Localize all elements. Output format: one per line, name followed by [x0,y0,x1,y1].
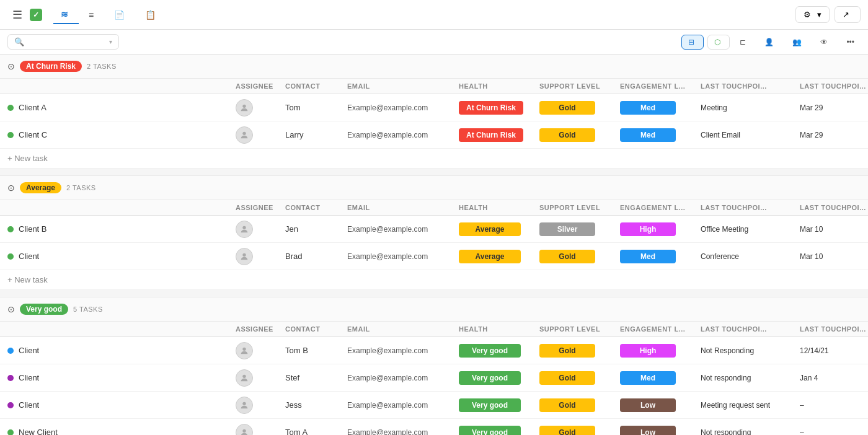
section-chevron-average[interactable]: ⊙ [7,183,15,193]
me-icon: 👤 [764,38,774,46]
show-icon: 👁 [820,38,828,46]
search-icon: 🔍 [14,37,24,46]
table-row[interactable]: Client C Larry Example@example.com At Ch… [0,121,868,149]
task-dot [7,105,14,111]
task-name: Client [7,368,231,387]
task-name: Client B [7,219,231,239]
assignees-button[interactable]: 👥 [786,35,810,49]
col-header-0 [7,322,231,336]
main-table: ⊙ At Churn Risk 2 TASKS ASSIGNEECONTACTE… [0,55,868,435]
tab-playbook[interactable]: 📄 [107,6,135,24]
support-cell: Gold [534,247,615,266]
table-row[interactable]: Client Jess Example@example.com Very goo… [0,392,868,419]
col-header-6: ENGAGEMENT L... [615,200,696,215]
table-row[interactable]: Client Stef Example@example.com Very goo… [0,364,868,392]
col-header-1: ASSIGNEE [231,322,280,336]
nav-right-actions: ⚙ ▾ ↗ [795,6,861,23]
more-options-button[interactable]: ••• [840,35,861,49]
engagement-badge: Med [620,128,676,142]
engagement-cell: Med [615,126,696,144]
engagement-badge: Med [620,101,676,115]
task-name: New Client [7,423,231,435]
last-touchpoint-date-cell: Mar 29 [795,101,868,115]
table-row[interactable]: Client A Tom Example@example.com At Chur… [0,94,868,121]
tab-renewal[interactable]: ≡ [81,6,104,24]
search-input[interactable]: 🔍 ▾ [7,34,119,50]
toolbar: 🔍 ▾ ⊟ ⬡ ⊏ 👤 👥 👁 ••• [0,30,868,55]
table-row[interactable]: Client Brad Example@example.com Average … [0,243,868,270]
engagement-badge: High [620,344,676,358]
health-cell: Very good [454,369,534,387]
engagement-cell: High [615,341,696,360]
add-view-tab[interactable] [169,11,184,19]
health-badge: At Churn Risk [459,128,523,142]
last-touchpoint-cell: Meeting request sent [696,398,795,412]
col-header-3: EMAIL [342,79,454,94]
task-label: Client A [19,103,46,112]
engagement-cell: Med [615,369,696,387]
show-button[interactable]: 👁 [814,35,836,49]
col-header-5: SUPPORT LEVEL [534,79,615,94]
more-icon: ••• [846,38,854,46]
health-cell: Average [454,220,534,239]
subtasks-button[interactable]: ⊏ [733,35,755,49]
task-label: Client B [19,224,47,234]
support-cell: Silver [534,220,615,239]
table-row[interactable]: Client B Jen Example@example.com Average… [0,216,868,243]
playbook-tab-icon: 📄 [114,10,125,20]
hamburger-icon[interactable]: ☰ [7,6,27,24]
support-cell: Gold [534,396,615,415]
task-dot [7,348,14,354]
task-label: Client [19,373,39,382]
section-chevron-verygood[interactable]: ⊙ [7,304,15,314]
health-cell: Very good [454,396,534,415]
share-button[interactable]: ↗ [835,6,861,23]
last-touchpoint-date-cell: – [795,426,868,436]
svg-point-2 [242,226,246,229]
assignees-icon: 👥 [792,38,802,46]
last-touchpoint-cell: Not Responding [696,344,795,358]
health-cell: At Churn Risk [454,126,534,144]
share-icon: ↗ [843,10,849,19]
health-badge: Very good [459,426,521,436]
assignee-cell [231,124,280,146]
new-task-button[interactable]: + New task [0,149,868,169]
group-by-button[interactable]: ⬡ [707,35,730,50]
section-chevron-churn[interactable]: ⊙ [7,61,15,71]
assignee-cell [231,97,280,119]
task-dot [7,226,14,232]
support-cell: Gold [534,369,615,387]
tab-engagement[interactable]: ≋ [53,6,79,24]
contact-cell: Stef [280,371,342,385]
health-cell: Average [454,247,534,266]
automate-button[interactable]: ⚙ ▾ [795,6,830,23]
col-headers-verygood: ASSIGNEECONTACTEMAILHEALTHSUPPORT LEVELE… [0,322,868,337]
engagement-cell: Med [615,99,696,117]
col-header-7: LAST TOUCHPOI... [696,200,795,215]
col-header-1: ASSIGNEE [231,79,280,94]
health-badge: Very good [459,344,521,358]
email-cell: Example@example.com [342,371,454,385]
assignee-cell [231,421,280,436]
section-header-verygood: ⊙ Very good 5 TASKS [0,297,868,322]
support-cell: Gold [534,126,615,144]
col-header-5: SUPPORT LEVEL [534,200,615,215]
svg-point-4 [242,347,246,350]
support-badge: Silver [539,222,595,236]
task-dot [7,429,14,436]
subtasks-icon: ⊏ [740,38,746,46]
section-header-churn: ⊙ At Churn Risk 2 TASKS [0,55,868,79]
filter-button[interactable]: ⊟ [681,35,704,50]
contact-cell: Jen [280,222,342,236]
task-label: Client C [19,130,47,139]
me-button[interactable]: 👤 [758,35,782,49]
engagement-badge: Med [620,250,676,263]
support-cell: Gold [534,341,615,360]
tab-feedback[interactable]: 📋 [138,6,166,24]
health-cell: Very good [454,423,534,436]
new-task-button[interactable]: + New task [0,270,868,290]
automate-icon: ⚙ [804,10,811,19]
table-row[interactable]: Client Tom B Example@example.com Very go… [0,337,868,364]
table-row[interactable]: New Client Tom A Example@example.com Ver… [0,419,868,435]
last-touchpoint-date-cell: Mar 29 [795,128,868,142]
